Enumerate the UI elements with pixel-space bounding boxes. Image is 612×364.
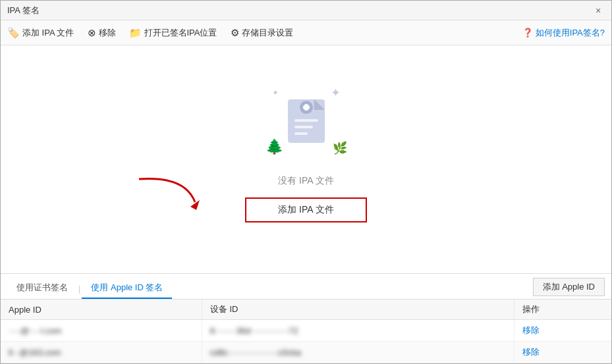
- no-ipa-text: 没有 IPA 文件: [278, 175, 334, 187]
- remove-icon: ⊗: [88, 27, 96, 39]
- open-signed-button[interactable]: 📁 打开已签名IPA位置: [129, 27, 217, 39]
- folder-icon: 📁: [129, 27, 142, 39]
- svg-rect-3: [294, 132, 308, 135]
- storage-settings-button[interactable]: ⚙ 存储目录设置: [231, 27, 293, 39]
- remove-link[interactable]: 移除: [522, 347, 540, 357]
- help-button[interactable]: ❓ 如何使用IPA签名?: [522, 27, 605, 39]
- add-ipa-toolbar-label: 添加 IPA 文件: [22, 27, 74, 39]
- main-window: IPA 签名 × 🏷️ 添加 IPA 文件 ⊗ 移除 📁 打开已签名IPA位置 …: [0, 0, 612, 364]
- deco-top-right-icon: ✦: [331, 86, 341, 100]
- main-content: ✦ ✦: [1, 45, 611, 363]
- table-row: ·····@·····l.com8·········36d···········…: [1, 320, 611, 342]
- svg-marker-7: [190, 200, 200, 210]
- toolbar: 🏷️ 添加 IPA 文件 ⊗ 移除 📁 打开已签名IPA位置 ⚙ 存储目录设置 …: [1, 20, 611, 45]
- storage-settings-label: 存储目录设置: [242, 27, 293, 39]
- document-icon: [285, 94, 327, 145]
- tabs-left: 使用证书签名 | 使用 Apple ID 签名: [7, 278, 172, 299]
- apple-id-cell: ·····@·····l.com: [1, 320, 202, 342]
- device-id-cell: cd8c·····················c0cba: [202, 342, 515, 363]
- col-header-apple-id: Apple ID: [1, 299, 202, 320]
- empty-area: ✦ ✦: [1, 45, 611, 273]
- add-ipa-icon: 🏷️: [7, 27, 20, 39]
- deco-left-icon: 🌲: [265, 138, 283, 155]
- tab-cert-signing[interactable]: 使用证书签名: [7, 278, 77, 299]
- svg-rect-1: [294, 119, 318, 122]
- table-container: Apple ID 设备 ID 操作 ·····@·····l.com8·····…: [1, 299, 611, 363]
- tab-divider: |: [78, 284, 80, 294]
- add-apple-id-button[interactable]: 添加 Apple ID: [533, 278, 605, 296]
- col-header-action: 操作: [515, 299, 611, 320]
- action-cell: 移除: [515, 342, 611, 363]
- svg-rect-6: [303, 105, 310, 109]
- tab-apple-id-signing[interactable]: 使用 Apple ID 签名: [82, 278, 172, 299]
- device-id-cell: 8·········36d················72: [202, 320, 515, 342]
- close-button[interactable]: ×: [592, 5, 605, 16]
- bottom-panel: 使用证书签名 | 使用 Apple ID 签名 添加 Apple ID Appl…: [1, 273, 611, 363]
- action-cell: 移除: [515, 320, 611, 342]
- deco-right-icon: 🌿: [333, 141, 347, 155]
- col-header-device-id: 设备 ID: [202, 299, 515, 320]
- table-row: ll···@163.comcd8c·····················c0…: [1, 342, 611, 363]
- empty-illustration: ✦ ✦: [260, 83, 352, 162]
- add-ipa-toolbar-button[interactable]: 🏷️ 添加 IPA 文件: [7, 27, 74, 39]
- deco-top-left-icon: ✦: [272, 88, 279, 97]
- window-title: IPA 签名: [7, 5, 40, 16]
- settings-icon: ⚙: [231, 27, 239, 39]
- title-bar: IPA 签名 ×: [1, 1, 611, 20]
- add-ipa-main-button[interactable]: 添加 IPA 文件: [245, 197, 367, 222]
- remove-link[interactable]: 移除: [522, 325, 540, 335]
- open-signed-label: 打开已签名IPA位置: [144, 27, 217, 39]
- tabs-row: 使用证书签名 | 使用 Apple ID 签名 添加 Apple ID: [1, 274, 611, 299]
- remove-toolbar-label: 移除: [99, 27, 116, 39]
- help-icon: ❓: [522, 28, 533, 38]
- help-label: 如何使用IPA签名?: [536, 27, 605, 39]
- apple-id-table: Apple ID 设备 ID 操作 ·····@·····l.com8·····…: [1, 299, 611, 363]
- svg-rect-2: [294, 126, 313, 128]
- apple-id-cell: ll···@163.com: [1, 342, 202, 363]
- remove-toolbar-button[interactable]: ⊗ 移除: [88, 27, 116, 39]
- arrow-container: [132, 172, 211, 214]
